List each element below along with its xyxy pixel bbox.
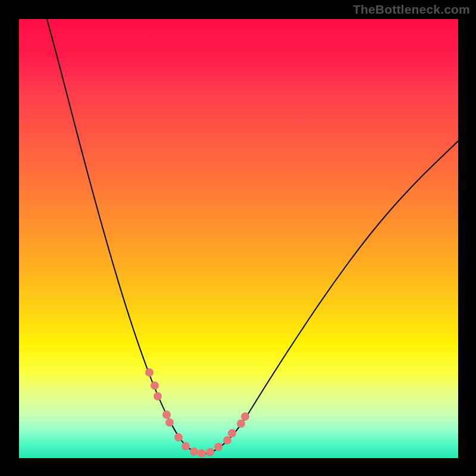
plot-area <box>19 19 458 458</box>
curve-marker <box>165 418 174 427</box>
curve-marker <box>181 442 190 450</box>
curve-marker <box>223 436 231 444</box>
curve-marker <box>145 368 154 377</box>
curve-marker <box>237 419 245 428</box>
curve-marker <box>198 449 206 458</box>
marker-group <box>145 368 249 458</box>
curve-marker <box>174 433 183 441</box>
curve-marker <box>241 412 249 421</box>
watermark-text: TheBottleneck.com <box>353 2 470 17</box>
curve-marker <box>154 392 162 400</box>
curve-marker <box>228 429 236 437</box>
curve-marker <box>190 447 198 456</box>
curve-marker <box>162 411 171 419</box>
chart-stage: TheBottleneck.com <box>0 0 476 476</box>
curve-marker <box>206 448 214 456</box>
curve-marker <box>151 381 159 390</box>
bottleneck-curve <box>45 19 458 454</box>
curve-marker <box>214 443 223 451</box>
curve-svg <box>19 19 458 458</box>
